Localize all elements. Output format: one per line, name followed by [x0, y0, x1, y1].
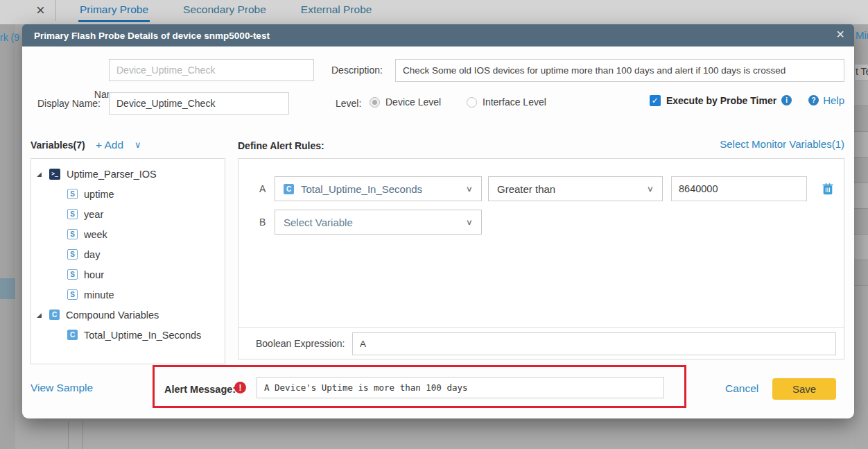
tree-node-parser-group[interactable]: ◢ >_ Uptime_Parser_IOS	[31, 164, 225, 184]
background-column-header-fragment: t Te	[855, 65, 868, 80]
tab-secondary-probe[interactable]: Secondary Probe	[182, 0, 268, 22]
tree-node-label: year	[84, 209, 103, 220]
dialog-close-icon[interactable]: ×	[836, 26, 844, 42]
tree-node-label: hour	[84, 269, 104, 280]
radio-interface-level-label: Interface Level	[483, 96, 546, 108]
info-icon[interactable]: i	[781, 95, 792, 105]
tree-node-variable[interactable]: S day	[31, 244, 225, 264]
background-grid-line	[68, 422, 69, 449]
execute-timer-label: Execute by Probe Timer	[666, 95, 776, 106]
help-icon[interactable]: ?	[808, 95, 819, 105]
alert-rules-panel: A C Total_Uptime_In_Seconds ∨ Greater th…	[238, 158, 844, 359]
tree-node-label: minute	[84, 289, 114, 300]
background-link-fragment[interactable]: rk (9	[0, 32, 21, 43]
boolean-expression-field[interactable]	[352, 332, 836, 355]
rule-a-variable-dropdown[interactable]: C Total_Uptime_In_Seconds ∨	[275, 176, 482, 201]
rule-a-threshold-field[interactable]	[671, 176, 807, 201]
background-selected-row-fragment	[0, 278, 15, 299]
caret-expanded-icon[interactable]: ◢	[37, 171, 49, 178]
help-link[interactable]: ? Help	[808, 94, 844, 106]
dialog-title: Primary Flash Probe Details of device sn…	[22, 31, 270, 41]
radio-unselected-icon[interactable]	[467, 97, 477, 108]
alert-message-field[interactable]	[257, 377, 664, 398]
string-variable-icon: S	[67, 189, 78, 199]
save-button[interactable]: Save	[772, 378, 836, 400]
rule-b-variable-dropdown[interactable]: Select Variable ∨	[275, 210, 482, 235]
tree-node-label: day	[84, 249, 100, 260]
chevron-down-icon: ∨	[466, 185, 473, 194]
string-variable-icon: S	[67, 269, 78, 280]
rule-a-operator-dropdown[interactable]: Greater than ∨	[488, 176, 663, 201]
boolean-expression-label: Boolean Expression:	[256, 338, 345, 349]
tab-primary-probe[interactable]: Primary Probe	[78, 0, 150, 22]
background-left-column	[0, 24, 15, 449]
rule-a-operator-value: Greater than	[497, 183, 555, 195]
string-variable-icon: S	[67, 289, 78, 300]
tree-node-variable[interactable]: S uptime	[31, 184, 225, 204]
required-alert-icon: !	[234, 382, 246, 393]
probe-details-dialog: Primary Flash Probe Details of device sn…	[22, 24, 854, 418]
caret-expanded-icon[interactable]: ◢	[37, 312, 49, 319]
dialog-header: Primary Flash Probe Details of device sn…	[22, 24, 854, 46]
string-variable-icon: S	[67, 229, 78, 239]
display-name-label: Display Name:	[33, 98, 101, 109]
tab-external-probe[interactable]: External Probe	[300, 0, 374, 22]
background-table-rows	[854, 81, 868, 286]
tree-node-compound-group[interactable]: ◢ C Compound Variables	[31, 305, 225, 325]
level-label: Level:	[336, 98, 361, 109]
tree-node-variable[interactable]: C Total_Uptime_In_Seconds	[31, 325, 225, 345]
description-label: Description:	[331, 65, 383, 76]
tree-node-label: Total_Uptime_In_Seconds	[84, 330, 201, 341]
tree-node-label: week	[84, 229, 107, 240]
select-monitor-variables-link[interactable]: Select Monitor Variables(1)	[720, 138, 844, 150]
screen: × Primary Probe Secondary Probe External…	[0, 0, 868, 449]
add-variable-button[interactable]: + Add	[96, 139, 123, 151]
cancel-button[interactable]: Cancel	[725, 382, 758, 395]
rule-id-label: A	[259, 183, 266, 194]
radio-device-level[interactable]: Device Level	[370, 96, 441, 108]
define-alert-rules-title: Define Alert Rules:	[238, 140, 324, 151]
execute-timer-checkbox[interactable]: ✓	[650, 95, 661, 106]
background-tab-strip: × Primary Probe Secondary Probe External…	[0, 0, 868, 24]
radio-selected-icon[interactable]	[370, 97, 380, 108]
tab-strip-divider	[55, 0, 56, 21]
alert-message-label: Alert Message:	[164, 384, 236, 395]
probe-tabs: Primary Probe Secondary Probe External P…	[78, 0, 373, 22]
help-label[interactable]: Help	[823, 94, 844, 106]
tree-node-variable[interactable]: S minute	[31, 285, 225, 305]
tree-node-label: uptime	[84, 189, 114, 200]
compound-variable-icon: C	[284, 184, 294, 194]
delete-rule-icon[interactable]	[821, 182, 835, 196]
add-chevron-down-icon[interactable]: ∨	[134, 139, 141, 150]
string-variable-icon: S	[67, 209, 78, 219]
tree-node-variable[interactable]: S hour	[31, 264, 225, 285]
tree-node-variable[interactable]: S year	[31, 204, 225, 224]
tree-node-variable[interactable]: S week	[31, 224, 225, 244]
rule-a-variable-value: Total_Uptime_In_Seconds	[301, 183, 422, 195]
description-field[interactable]	[395, 59, 844, 82]
radio-device-level-label: Device Level	[385, 96, 441, 108]
execute-by-probe-timer-group: ✓ Execute by Probe Timer i ? Help	[650, 94, 844, 106]
tree-node-label: Compound Variables	[66, 310, 159, 321]
background-grid-line	[83, 422, 83, 449]
chevron-down-icon: ∨	[466, 218, 473, 227]
background-min-link-fragment[interactable]: Min	[856, 29, 868, 41]
rule-b-variable-placeholder: Select Variable	[284, 217, 353, 228]
chevron-down-icon: ∨	[647, 185, 654, 194]
tree-node-label: Uptime_Parser_IOS	[67, 169, 157, 180]
background-close-icon[interactable]: ×	[36, 1, 45, 19]
rules-divider	[238, 327, 844, 328]
display-name-field[interactable]	[109, 92, 289, 115]
compound-variable-icon: C	[67, 330, 78, 340]
compound-variable-icon: C	[49, 310, 60, 320]
variables-section-title: Variables(7)	[31, 139, 85, 151]
radio-interface-level[interactable]: Interface Level	[467, 96, 546, 108]
name-field[interactable]	[109, 59, 314, 81]
string-variable-icon: S	[67, 249, 78, 260]
variables-tree: ◢ >_ Uptime_Parser_IOS S uptime S year S…	[31, 158, 225, 364]
view-sample-link[interactable]: View Sample	[31, 382, 93, 394]
rule-id-label: B	[259, 217, 266, 228]
terminal-icon: >_	[49, 169, 60, 180]
